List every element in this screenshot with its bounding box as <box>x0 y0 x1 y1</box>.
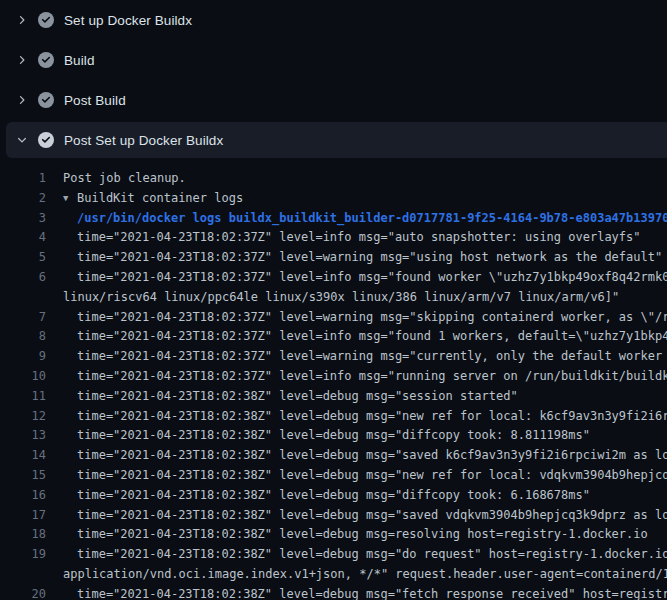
step-row-set-up-docker-buildx[interactable]: Set up Docker Buildx <box>0 0 667 40</box>
line-number[interactable]: 11 <box>0 387 46 407</box>
log-row: 14time="2021-04-23T18:02:38Z" level=debu… <box>0 446 667 466</box>
log-text: time="2021-04-23T18:02:38Z" level=debug … <box>77 409 667 423</box>
log-text: linux/riscv64 linux/ppc64le linux/s390x … <box>63 290 619 304</box>
log-row: 18time="2021-04-23T18:02:38Z" level=debu… <box>0 525 667 545</box>
log-group-row[interactable]: 2▼BuildKit container logs <box>0 189 667 209</box>
log-row: 19time="2021-04-23T18:02:38Z" level=debu… <box>0 545 667 565</box>
log-text: time="2021-04-23T18:02:38Z" level=debug … <box>77 488 590 502</box>
log-lines: 1Post job cleanup.2▼BuildKit container l… <box>0 160 667 600</box>
line-number[interactable]: 19 <box>0 545 46 565</box>
log-text: time="2021-04-23T18:02:37Z" level=warnin… <box>77 349 667 363</box>
log-row: 9time="2021-04-23T18:02:37Z" level=warni… <box>0 347 667 367</box>
line-number[interactable]: 20 <box>0 585 46 600</box>
workflow-log-viewer: Set up Docker BuildxBuildPost BuildPost … <box>0 0 667 600</box>
log-row: application/vnd.oci.image.index.v1+json,… <box>0 565 667 585</box>
log-row: 3/usr/bin/docker logs buildx_buildkit_bu… <box>0 209 667 229</box>
log-text: time="2021-04-23T18:02:37Z" level=info m… <box>77 369 667 383</box>
line-number[interactable]: 18 <box>0 525 46 545</box>
line-number[interactable]: 12 <box>0 407 46 427</box>
line-number[interactable]: 16 <box>0 486 46 506</box>
log-row: 16time="2021-04-23T18:02:38Z" level=debu… <box>0 486 667 506</box>
log-row: 6time="2021-04-23T18:02:37Z" level=info … <box>0 268 667 288</box>
line-number[interactable]: 8 <box>0 327 46 347</box>
log-text: Post job cleanup. <box>63 171 186 185</box>
log-row: 13time="2021-04-23T18:02:38Z" level=debu… <box>0 426 667 446</box>
log-row: 17time="2021-04-23T18:02:38Z" level=debu… <box>0 506 667 526</box>
log-text: time="2021-04-23T18:02:37Z" level=info m… <box>77 230 641 244</box>
log-row: 5time="2021-04-23T18:02:37Z" level=warni… <box>0 248 667 268</box>
log-row: 7time="2021-04-23T18:02:37Z" level=warni… <box>0 308 667 328</box>
step-row-build[interactable]: Build <box>0 40 667 80</box>
log-row: 11time="2021-04-23T18:02:38Z" level=debu… <box>0 387 667 407</box>
log-text: time="2021-04-23T18:02:38Z" level=debug … <box>77 527 648 541</box>
log-text: time="2021-04-23T18:02:37Z" level=info m… <box>77 270 667 284</box>
log-text: time="2021-04-23T18:02:37Z" level=warnin… <box>77 250 662 264</box>
check-circle-icon <box>38 52 54 68</box>
line-number[interactable]: 10 <box>0 367 46 387</box>
check-circle-icon <box>38 92 54 108</box>
line-number[interactable]: 5 <box>0 248 46 268</box>
log-row: 4time="2021-04-23T18:02:37Z" level=info … <box>0 228 667 248</box>
step-label: Build <box>64 53 95 68</box>
step-row-post-set-up-docker-buildx[interactable]: Post Set up Docker Buildx <box>6 122 667 158</box>
log-text: time="2021-04-23T18:02:38Z" level=debug … <box>77 448 667 462</box>
log-text: time="2021-04-23T18:02:38Z" level=debug … <box>77 468 667 482</box>
step-label: Post Build <box>64 93 126 108</box>
log-row: 12time="2021-04-23T18:02:38Z" level=debu… <box>0 407 667 427</box>
check-circle-icon <box>38 12 54 28</box>
log-text: application/vnd.oci.image.index.v1+json,… <box>63 567 667 581</box>
log-text: time="2021-04-23T18:02:38Z" level=debug … <box>77 389 518 403</box>
log-row: 8time="2021-04-23T18:02:37Z" level=info … <box>0 327 667 347</box>
line-number[interactable]: 4 <box>0 228 46 248</box>
log-group-title: BuildKit container logs <box>77 191 243 205</box>
line-number[interactable]: 14 <box>0 446 46 466</box>
chevron-right-icon[interactable] <box>14 52 30 68</box>
chevron-right-icon[interactable] <box>14 12 30 28</box>
step-label: Set up Docker Buildx <box>64 13 192 28</box>
line-number[interactable]: 1 <box>0 169 46 189</box>
chevron-right-icon[interactable] <box>14 92 30 108</box>
command-text: /usr/bin/docker logs buildx_buildkit_bui… <box>77 211 667 225</box>
log-row: 1Post job cleanup. <box>0 169 667 189</box>
log-text: time="2021-04-23T18:02:37Z" level=warnin… <box>77 310 667 324</box>
step-label: Post Set up Docker Buildx <box>64 133 223 148</box>
check-circle-icon <box>38 132 54 148</box>
log-text: time="2021-04-23T18:02:38Z" level=debug … <box>77 428 590 442</box>
log-row: 20time="2021-04-23T18:02:38Z" level=debu… <box>0 585 667 600</box>
step-row-post-build[interactable]: Post Build <box>0 80 667 120</box>
log-text: time="2021-04-23T18:02:38Z" level=debug … <box>77 547 667 561</box>
line-number[interactable]: 2 <box>0 189 46 209</box>
chevron-down-icon[interactable] <box>14 132 30 148</box>
log-row: 10time="2021-04-23T18:02:37Z" level=info… <box>0 367 667 387</box>
log-text: time="2021-04-23T18:02:38Z" level=debug … <box>77 508 667 522</box>
log-text: time="2021-04-23T18:02:37Z" level=info m… <box>77 329 667 343</box>
steps-list: Set up Docker BuildxBuildPost BuildPost … <box>0 0 667 160</box>
line-number[interactable]: 13 <box>0 426 46 446</box>
line-number[interactable]: 9 <box>0 347 46 367</box>
line-number[interactable]: 6 <box>0 268 46 288</box>
line-number[interactable]: 17 <box>0 506 46 526</box>
triangle-down-icon[interactable]: ▼ <box>63 189 77 209</box>
line-number[interactable]: 15 <box>0 466 46 486</box>
log-row: linux/riscv64 linux/ppc64le linux/s390x … <box>0 288 667 308</box>
log-row: 15time="2021-04-23T18:02:38Z" level=debu… <box>0 466 667 486</box>
line-number[interactable]: 7 <box>0 308 46 328</box>
line-number[interactable]: 3 <box>0 209 46 229</box>
log-text: time="2021-04-23T18:02:38Z" level=debug … <box>77 587 667 600</box>
